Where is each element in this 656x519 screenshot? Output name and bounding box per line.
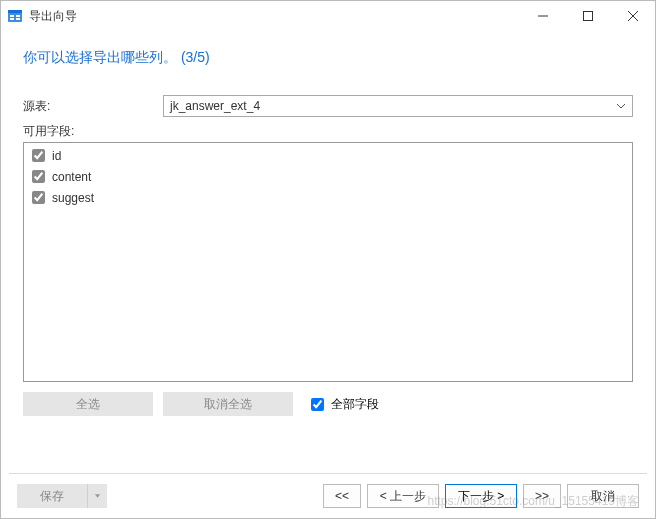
save-button[interactable]: 保存 [17,484,87,508]
titlebar: 导出向导 [1,1,655,31]
field-checkbox[interactable] [32,170,45,183]
first-button[interactable]: << [323,484,361,508]
all-fields-text: 全部字段 [331,396,379,413]
available-fields-list[interactable]: id content suggest [23,142,633,382]
chevron-down-icon [94,492,101,500]
cancel-button[interactable]: 取消 [567,484,639,508]
deselect-all-button[interactable]: 取消全选 [163,392,293,416]
source-table-value: jk_answer_ext_4 [170,99,260,113]
save-dropdown-button[interactable] [87,484,107,508]
field-item[interactable]: content [26,166,630,187]
field-name: id [52,149,61,163]
field-name: suggest [52,191,94,205]
window-title: 导出向导 [29,8,520,25]
chevron-down-icon [616,100,626,114]
svg-rect-4 [16,15,20,17]
source-table-select[interactable]: jk_answer_ext_4 [163,95,633,117]
export-wizard-window: 导出向导 你可以选择导出哪些列。 (3/5) 源表: jk_answer_ext… [0,0,656,519]
content-area: 源表: jk_answer_ext_4 可用字段: id content sug… [1,95,655,416]
footer: 保存 << < 上一步 下一步 > >> 取消 [1,484,655,508]
prev-button[interactable]: < 上一步 [367,484,439,508]
close-button[interactable] [610,1,655,31]
all-fields-checkbox[interactable] [311,398,324,411]
wizard-nav-buttons: << < 上一步 下一步 > >> 取消 [323,484,639,508]
svg-rect-3 [10,18,14,20]
maximize-button[interactable] [565,1,610,31]
field-item[interactable]: suggest [26,187,630,208]
all-fields-checkbox-label[interactable]: 全部字段 [307,395,379,414]
field-item[interactable]: id [26,145,630,166]
step-subtitle: 你可以选择导出哪些列。 (3/5) [1,31,655,95]
selection-buttons: 全选 取消全选 全部字段 [23,392,633,416]
svg-rect-1 [8,10,22,13]
field-checkbox[interactable] [32,149,45,162]
window-controls [520,1,655,31]
minimize-button[interactable] [520,1,565,31]
svg-rect-2 [10,15,14,17]
last-button[interactable]: >> [523,484,561,508]
svg-rect-7 [583,12,592,21]
footer-divider [9,473,647,474]
field-name: content [52,170,91,184]
field-checkbox[interactable] [32,191,45,204]
app-icon [7,8,23,24]
save-button-group: 保存 [17,484,107,508]
select-all-button[interactable]: 全选 [23,392,153,416]
next-button[interactable]: 下一步 > [445,484,517,508]
source-table-label: 源表: [23,98,163,115]
svg-rect-5 [16,18,20,20]
available-fields-label: 可用字段: [23,123,633,140]
source-table-row: 源表: jk_answer_ext_4 [23,95,633,117]
